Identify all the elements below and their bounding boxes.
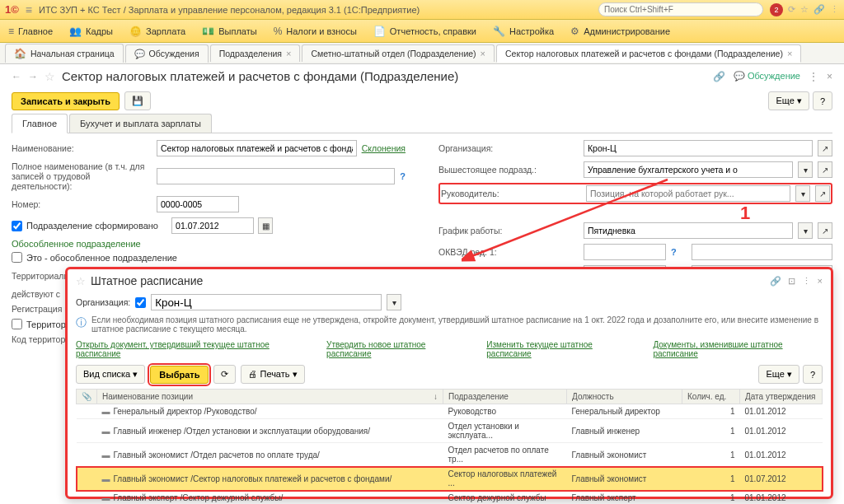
dropdown-icon[interactable]: ▾ xyxy=(798,161,813,178)
menu-settings[interactable]: 🔧Настройка xyxy=(493,26,554,37)
tab-home[interactable]: 🏠Начальная страница xyxy=(5,44,124,63)
menu-reports[interactable]: 📄Отчетность, справки xyxy=(373,26,476,37)
open-icon[interactable]: ↗ xyxy=(815,185,830,202)
separate-checkbox[interactable] xyxy=(12,252,22,263)
popup-more-button[interactable]: Еще ▾ xyxy=(758,365,799,384)
menu-taxes[interactable]: %Налоги и взносы xyxy=(274,26,357,37)
popup-org-input[interactable] xyxy=(151,294,382,310)
notification-bell-icon[interactable]: 2 xyxy=(770,3,783,16)
okved1-label: ОКВЭД ред. 1: xyxy=(438,247,579,257)
home-icon: 🏠 xyxy=(14,48,26,59)
menu-salary[interactable]: 🪙Зарплата xyxy=(129,26,185,37)
popup-org-check[interactable] xyxy=(135,297,146,308)
parent-input[interactable] xyxy=(584,161,793,178)
formed-checkbox[interactable] xyxy=(12,221,22,231)
link-icon[interactable]: 🔗 xyxy=(814,4,825,15)
history-icon[interactable]: ⟳ xyxy=(788,4,795,15)
org-input[interactable] xyxy=(584,140,813,156)
table-row[interactable]: ▬Генеральный директор /Руководство/Руков… xyxy=(77,404,823,419)
menu-main[interactable]: ≡Главное xyxy=(8,26,53,37)
more-icon[interactable]: ⋮ xyxy=(802,276,811,287)
open-icon[interactable]: ↗ xyxy=(818,140,832,156)
tab-discussions[interactable]: 💬Обсуждения xyxy=(125,44,209,63)
col-qty[interactable]: Колич. ед. xyxy=(682,390,740,404)
link-open-doc[interactable]: Открыть документ, утвердивший текущее шт… xyxy=(76,340,307,358)
schedule-input[interactable] xyxy=(584,222,793,239)
staffing-popup: ☆ Штатное расписание 🔗 ⊡ ⋮ × Организация… xyxy=(65,267,833,499)
save-button[interactable]: 💾 xyxy=(124,91,151,110)
nav-back-icon[interactable]: ← xyxy=(12,71,21,82)
refresh-button[interactable]: ⟳ xyxy=(213,365,236,384)
formed-date-input[interactable] xyxy=(171,217,254,234)
col-clip[interactable]: 📎 xyxy=(77,390,97,404)
dropdown-icon[interactable]: ▾ xyxy=(798,222,813,239)
col-name[interactable]: Наименование позиции ↓ xyxy=(97,390,443,404)
fullname-label: Полное наименование (в т.ч. для записей … xyxy=(12,161,152,191)
popup-help-button[interactable]: ? xyxy=(803,365,823,384)
tab-departments[interactable]: Подразделения× xyxy=(210,44,301,62)
subtab-accounting[interactable]: Бухучет и выплата зарплаты xyxy=(69,114,212,133)
manager-label: Руководитель: xyxy=(441,189,581,198)
open-icon[interactable]: ↗ xyxy=(818,222,832,239)
dropdown-icon[interactable]: ▾ xyxy=(387,294,401,310)
org-label: Организация: xyxy=(438,143,579,153)
wrench-icon: 🔧 xyxy=(493,26,505,37)
col-position[interactable]: Должность xyxy=(567,390,682,404)
name-input[interactable] xyxy=(157,140,357,156)
name-label: Наименование: xyxy=(12,143,152,153)
link-documents[interactable]: Документы, изменившие штатное расписание xyxy=(653,340,823,358)
favorite-icon[interactable]: ☆ xyxy=(76,275,86,287)
discussion-link[interactable]: 💬 Обсуждение xyxy=(734,71,800,82)
tab-dept2[interactable]: Сметно-штатный отдел (Подразделение)× xyxy=(302,44,495,62)
open-icon[interactable]: ↗ xyxy=(818,161,832,178)
tab-dept3[interactable]: Сектор налоговых платежей и расчетов с ф… xyxy=(496,44,801,63)
help-icon[interactable]: ? xyxy=(400,171,406,181)
col-date[interactable]: Дата утверждения xyxy=(740,390,823,404)
close-icon[interactable]: × xyxy=(286,49,291,58)
global-search-input[interactable] xyxy=(598,2,763,16)
people-icon: 👥 xyxy=(69,26,82,37)
link-approve-new[interactable]: Утвердить новое штатное расписание xyxy=(326,340,467,358)
table-row-selected[interactable]: ▬Главный экономист /Сектор налоговых пла… xyxy=(77,467,823,491)
view-mode-button[interactable]: Вид списка ▾ xyxy=(76,365,145,384)
save-close-button[interactable]: Записать и закрыть xyxy=(12,92,120,110)
declensions-link[interactable]: Склонения xyxy=(362,143,406,153)
close-icon[interactable]: × xyxy=(481,49,485,58)
menu-admin[interactable]: ⚙Администрирование xyxy=(570,26,670,37)
link-icon[interactable]: 🔗 xyxy=(770,276,781,287)
help-icon[interactable]: ? xyxy=(671,247,677,257)
star-icon[interactable]: ☆ xyxy=(800,4,809,15)
menu-icon[interactable]: ≡ xyxy=(26,3,32,16)
table-row[interactable]: ▬Главный экономист /Отдел расчетов по оп… xyxy=(77,443,823,467)
nav-fwd-icon[interactable]: → xyxy=(28,71,38,82)
territory-checkbox[interactable] xyxy=(12,319,22,329)
dropdown-icon[interactable]: ▾ xyxy=(795,185,810,202)
select-button[interactable]: Выбрать xyxy=(150,366,209,384)
close-icon[interactable]: × xyxy=(818,276,823,287)
okved1-input[interactable] xyxy=(584,244,666,260)
help-button[interactable]: ? xyxy=(813,91,832,110)
print-button[interactable]: 🖨 Печать ▾ xyxy=(241,365,304,384)
subtab-main[interactable]: Главное xyxy=(12,114,68,133)
favorite-icon[interactable]: ☆ xyxy=(45,70,55,83)
col-dept[interactable]: Подразделение xyxy=(443,390,567,404)
close-page-icon[interactable]: × xyxy=(827,71,832,82)
manager-input[interactable] xyxy=(586,185,790,202)
menu-hr[interactable]: 👥Кадры xyxy=(69,26,113,37)
menu-payments[interactable]: 💵Выплаты xyxy=(202,26,256,37)
link-icon[interactable]: 🔗 xyxy=(713,71,725,82)
calendar-icon[interactable]: ▦ xyxy=(258,217,273,234)
close-icon[interactable]: × xyxy=(787,49,792,58)
link-change-current[interactable]: Изменить текущее штатное расписание xyxy=(486,340,633,358)
window-icon[interactable]: ⊡ xyxy=(788,276,795,287)
more-button[interactable]: Еще ▾ xyxy=(768,91,809,110)
popup-org-label: Организация: xyxy=(76,297,130,307)
table-row[interactable]: ▬Главный эксперт /Сектор дежурной службы… xyxy=(77,491,823,505)
settings-icon[interactable]: ⋮ xyxy=(830,4,839,15)
number-input[interactable] xyxy=(157,196,239,212)
fullname-input[interactable] xyxy=(157,168,395,184)
separate-section: Обособленное подразделение xyxy=(12,239,406,249)
more-icon[interactable]: ⋮ xyxy=(809,71,818,82)
okved1-desc-input[interactable] xyxy=(692,244,832,260)
table-row[interactable]: ▬Главный инженер /Отдел установки и эксп… xyxy=(77,419,823,443)
